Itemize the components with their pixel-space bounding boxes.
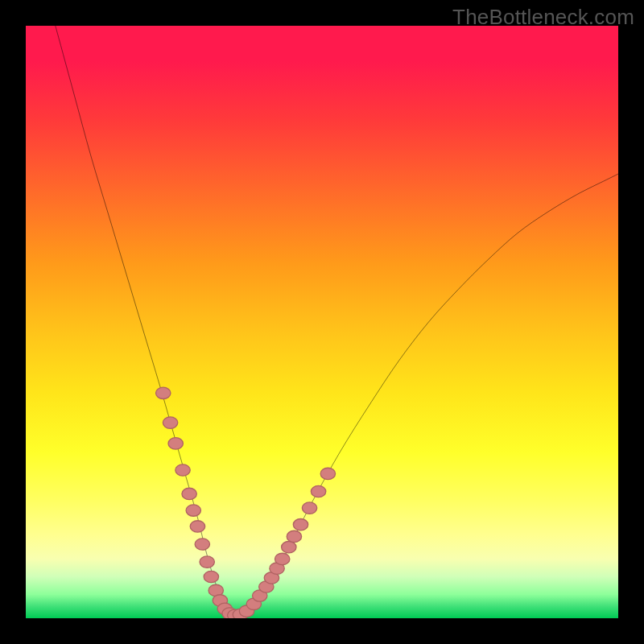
watermark-text: TheBottleneck.com bbox=[452, 5, 634, 30]
data-dot bbox=[195, 539, 209, 550]
chart-svg bbox=[26, 26, 618, 618]
data-dot bbox=[275, 553, 289, 564]
data-dot bbox=[282, 542, 296, 553]
data-dot bbox=[320, 468, 335, 479]
data-dot bbox=[156, 387, 171, 398]
chart-stage: TheBottleneck.com TheBottleneck.com bbox=[0, 0, 644, 644]
data-dot bbox=[182, 488, 196, 499]
data-dot bbox=[190, 521, 204, 532]
data-dot bbox=[200, 556, 214, 568]
data-dot bbox=[311, 485, 325, 497]
data-dot bbox=[293, 519, 308, 530]
data-dot bbox=[186, 505, 200, 516]
data-dot bbox=[168, 438, 183, 449]
data-dot bbox=[287, 530, 301, 542]
data-dot bbox=[175, 464, 190, 476]
data-dot bbox=[204, 571, 218, 582]
data-dot bbox=[302, 502, 316, 514]
plot-area bbox=[26, 26, 618, 618]
v-curve-path bbox=[56, 26, 618, 617]
data-dot bbox=[163, 417, 177, 428]
dots-group bbox=[156, 387, 336, 618]
